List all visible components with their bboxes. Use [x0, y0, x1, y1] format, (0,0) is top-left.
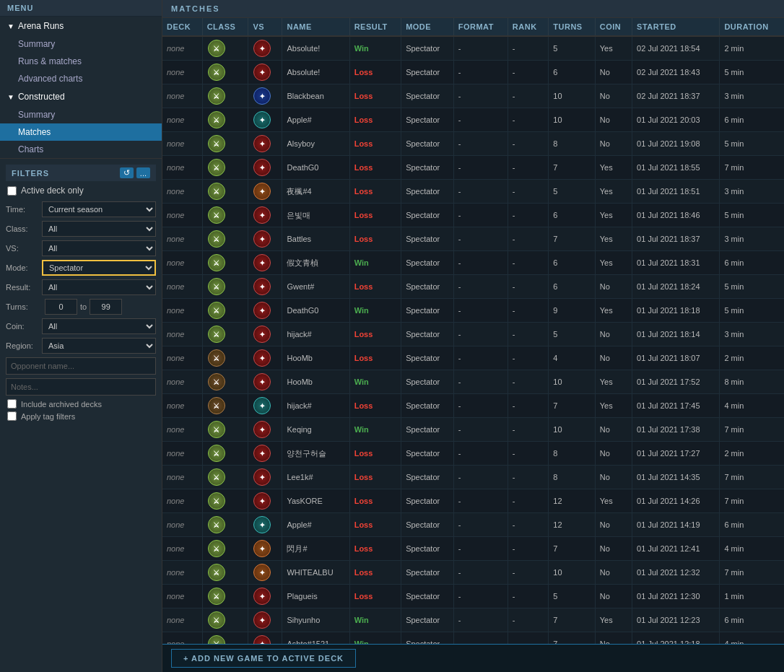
- cell-class: ⚔: [202, 632, 248, 645]
- cell-started: 02 Jul 2021 18:37: [632, 84, 720, 108]
- cell-turns: 12: [549, 513, 595, 537]
- table-row[interactable]: none ⚔ ✦ hijack# Loss Spectator - - 7 Ye…: [162, 394, 784, 418]
- cell-duration: 6 min: [720, 108, 784, 132]
- cell-deck: none: [162, 180, 202, 204]
- sidebar-item-arena-runs-matches[interactable]: Runs & matches: [0, 53, 162, 70]
- sidebar-item-constructed-charts[interactable]: Charts: [0, 141, 162, 158]
- apply-tag-row: Apply tag filters: [6, 411, 156, 421]
- cell-class: ⚔: [202, 156, 248, 180]
- table-row[interactable]: none ⚔ ✦ Sihyunho Win Spectator - - 7 Ye…: [162, 608, 784, 632]
- cell-rank: -: [508, 418, 548, 442]
- cell-coin: No: [595, 132, 632, 156]
- cell-class: ⚔: [202, 251, 248, 275]
- cell-turns: 8: [549, 442, 595, 466]
- cell-duration: 6 min: [720, 513, 784, 537]
- table-row[interactable]: none ⚔ ✦ 은빛매 Loss Spectator - - 6 Yes 01…: [162, 204, 784, 227]
- filter-mode-select[interactable]: AllRankedCasual SpectatorFriendly ArenaT…: [42, 260, 156, 276]
- cell-started: 01 Jul 2021 14:19: [632, 513, 720, 537]
- filter-coin-select[interactable]: AllYesNo: [42, 318, 156, 334]
- filter-mode-label: Mode:: [6, 263, 42, 272]
- add-game-button[interactable]: + ADD NEW GAME TO ACTIVE DECK: [171, 649, 356, 668]
- sidebar-group-constructed[interactable]: ▼ Constructed: [0, 87, 162, 106]
- sidebar-item-constructed-matches[interactable]: Matches: [0, 123, 162, 141]
- cell-started: 01 Jul 2021 12:41: [632, 537, 720, 561]
- cell-started: 01 Jul 2021 18:37: [632, 227, 720, 251]
- table-row[interactable]: none ⚔ ✦ Plagueis Loss Spectator - - 5 N…: [162, 585, 784, 608]
- cell-vs: ✦: [248, 489, 282, 513]
- cell-name: HooMb: [282, 370, 349, 394]
- cell-rank: -: [508, 61, 548, 84]
- table-row[interactable]: none ⚔ ✦ Blackbean Loss Spectator - - 10…: [162, 84, 784, 108]
- table-row[interactable]: none ⚔ ✦ hijack# Loss Spectator - - 5 No…: [162, 323, 784, 346]
- table-row[interactable]: none ⚔ ✦ YasKORE Loss Spectator - - 12 Y…: [162, 489, 784, 513]
- cell-started: 02 Jul 2021 18:43: [632, 61, 720, 84]
- sidebar-item-arena-advanced-charts[interactable]: Advanced charts: [0, 70, 162, 87]
- filter-turns-to[interactable]: [90, 299, 122, 315]
- sidebar-item-arena-summary[interactable]: Summary: [0, 35, 162, 53]
- filter-notes-input[interactable]: [6, 378, 156, 396]
- cell-duration: 6 min: [720, 251, 784, 275]
- sidebar-group-arena-runs[interactable]: ▼ Arena Runs: [0, 17, 162, 35]
- filter-class-select[interactable]: All DruidHunterMage PaladinPriestRogue S…: [42, 221, 156, 237]
- cell-deck: none: [162, 585, 202, 608]
- cell-rank: -: [508, 466, 548, 489]
- sidebar-item-constructed-summary[interactable]: Summary: [0, 106, 162, 123]
- table-row[interactable]: none ⚔ ✦ Ashto#1521 Win Spectator - - 7 …: [162, 632, 784, 645]
- cell-turns: 6: [549, 275, 595, 299]
- cell-duration: 7 min: [720, 561, 784, 585]
- matches-table-wrapper[interactable]: DECK CLASS VS NAME RESULT MODE FORMAT RA…: [162, 18, 784, 644]
- table-row[interactable]: none ⚔ ✦ Gwent# Loss Spectator - - 6 No …: [162, 275, 784, 299]
- table-row[interactable]: none ⚔ ✦ 假文青楨 Win Spectator - - 6 Yes 01…: [162, 251, 784, 275]
- cell-result: Loss: [349, 561, 401, 585]
- cell-started: 01 Jul 2021 19:08: [632, 132, 720, 156]
- table-row[interactable]: none ⚔ ✦ WHITEALBU Loss Spectator - - 10…: [162, 561, 784, 585]
- active-deck-only-checkbox[interactable]: [7, 186, 17, 196]
- table-row[interactable]: none ⚔ ✦ 양천구허슬 Loss Spectator - - 8 No 0…: [162, 442, 784, 466]
- cell-started: 01 Jul 2021 18:18: [632, 299, 720, 323]
- filters-refresh-button[interactable]: ↺: [120, 167, 134, 178]
- filter-time-select[interactable]: Current season All time Last week Last m…: [42, 201, 156, 217]
- cell-mode: Spectator: [401, 418, 454, 442]
- filters-more-button[interactable]: ...: [136, 167, 150, 178]
- cell-turns: 4: [549, 346, 595, 370]
- cell-duration: 2 min: [720, 36, 784, 61]
- table-row[interactable]: none ⚔ ✦ 閃月# Loss Spectator - - 7 No 01 …: [162, 537, 784, 561]
- filter-opponent-input[interactable]: [6, 357, 156, 375]
- table-row[interactable]: none ⚔ ✦ Apple# Loss Spectator - - 10 No…: [162, 108, 784, 132]
- col-result: RESULT: [349, 18, 401, 36]
- table-row[interactable]: none ⚔ ✦ Apple# Loss Spectator - - 12 No…: [162, 513, 784, 537]
- table-row[interactable]: none ⚔ ✦ DeathG0 Win Spectator - - 9 Yes…: [162, 299, 784, 323]
- cell-name: 假文青楨: [282, 251, 349, 275]
- include-archived-checkbox[interactable]: [7, 399, 17, 409]
- cell-duration: 6 min: [720, 608, 784, 632]
- col-class: CLASS: [202, 18, 248, 36]
- cell-mode: Spectator: [401, 346, 454, 370]
- cell-format: -: [453, 132, 508, 156]
- cell-format: -: [453, 346, 508, 370]
- cell-deck: none: [162, 227, 202, 251]
- table-row[interactable]: none ⚔ ✦ Keqing Win Spectator - - 10 No …: [162, 418, 784, 442]
- table-row[interactable]: none ⚔ ✦ DeathG0 Loss Spectator - - 7 Ye…: [162, 156, 784, 180]
- apply-tag-checkbox[interactable]: [7, 411, 17, 421]
- filter-result-select[interactable]: AllWinLossTie: [42, 279, 156, 295]
- cell-format: -: [453, 323, 508, 346]
- cell-duration: 4 min: [720, 394, 784, 418]
- table-row[interactable]: none ⚔ ✦ Lee1k# Loss Spectator - - 8 No …: [162, 466, 784, 489]
- cell-coin: Yes: [595, 36, 632, 61]
- filter-vs-select[interactable]: All DruidHunterMage PaladinPriestRogue S…: [42, 240, 156, 256]
- table-row[interactable]: none ⚔ ✦ HooMb Loss Spectator - - 4 No 0…: [162, 346, 784, 370]
- table-row[interactable]: none ⚔ ✦ Alsyboy Loss Spectator - - 8 No…: [162, 132, 784, 156]
- cell-deck: none: [162, 370, 202, 394]
- filter-turns-from[interactable]: [45, 299, 77, 315]
- table-row[interactable]: none ⚔ ✦ 夜楓#4 Loss Spectator - - 5 Yes 0…: [162, 180, 784, 204]
- table-row[interactable]: none ⚔ ✦ Absolute! Win Spectator - - 5 Y…: [162, 36, 784, 61]
- cell-result: Loss: [349, 204, 401, 227]
- table-row[interactable]: none ⚔ ✦ Battles Loss Spectator - - 7 Ye…: [162, 227, 784, 251]
- cell-class: ⚔: [202, 323, 248, 346]
- table-row[interactable]: none ⚔ ✦ HooMb Win Spectator - - 10 Yes …: [162, 370, 784, 394]
- cell-vs: ✦: [248, 204, 282, 227]
- filter-region-select[interactable]: AllAsiaAmericasEurope: [42, 338, 156, 354]
- table-row[interactable]: none ⚔ ✦ Absolute! Loss Spectator - - 6 …: [162, 61, 784, 84]
- cell-coin: No: [595, 537, 632, 561]
- cell-duration: 3 min: [720, 84, 784, 108]
